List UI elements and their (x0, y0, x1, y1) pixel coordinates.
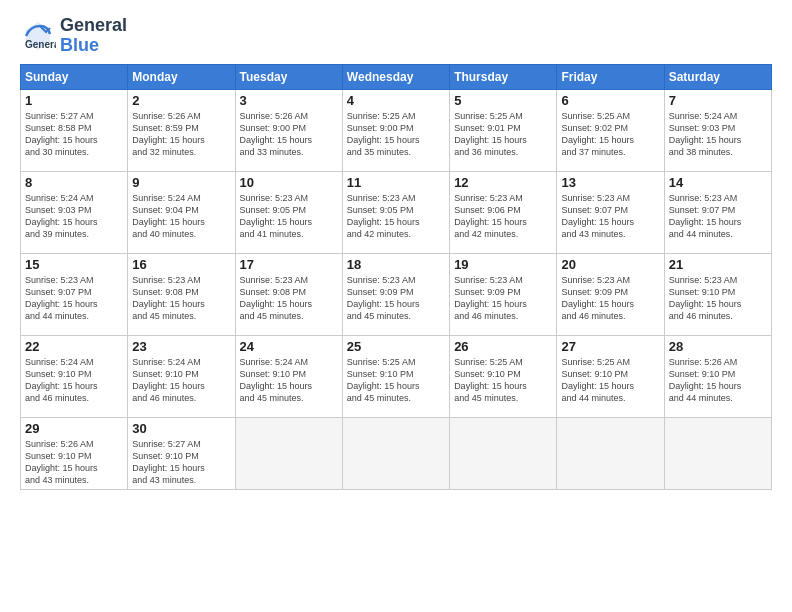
day-info: Sunrise: 5:25 AM Sunset: 9:10 PM Dayligh… (561, 356, 659, 405)
weekday-header-friday: Friday (557, 64, 664, 89)
calendar-row-4: 22Sunrise: 5:24 AM Sunset: 9:10 PM Dayli… (21, 335, 772, 417)
calendar-cell: 26Sunrise: 5:25 AM Sunset: 9:10 PM Dayli… (450, 335, 557, 417)
calendar-cell: 1Sunrise: 5:27 AM Sunset: 8:58 PM Daylig… (21, 89, 128, 171)
calendar-cell: 2Sunrise: 5:26 AM Sunset: 8:59 PM Daylig… (128, 89, 235, 171)
day-info: Sunrise: 5:24 AM Sunset: 9:10 PM Dayligh… (25, 356, 123, 405)
calendar-row-2: 8Sunrise: 5:24 AM Sunset: 9:03 PM Daylig… (21, 171, 772, 253)
weekday-header-sunday: Sunday (21, 64, 128, 89)
calendar-cell: 10Sunrise: 5:23 AM Sunset: 9:05 PM Dayli… (235, 171, 342, 253)
day-info: Sunrise: 5:27 AM Sunset: 8:58 PM Dayligh… (25, 110, 123, 159)
calendar-cell: 7Sunrise: 5:24 AM Sunset: 9:03 PM Daylig… (664, 89, 771, 171)
day-number: 26 (454, 339, 552, 354)
day-number: 24 (240, 339, 338, 354)
day-info: Sunrise: 5:24 AM Sunset: 9:04 PM Dayligh… (132, 192, 230, 241)
calendar-cell: 30Sunrise: 5:27 AM Sunset: 9:10 PM Dayli… (128, 417, 235, 490)
day-number: 22 (25, 339, 123, 354)
calendar-cell: 11Sunrise: 5:23 AM Sunset: 9:05 PM Dayli… (342, 171, 449, 253)
day-info: Sunrise: 5:25 AM Sunset: 9:10 PM Dayligh… (347, 356, 445, 405)
calendar-cell: 16Sunrise: 5:23 AM Sunset: 9:08 PM Dayli… (128, 253, 235, 335)
day-info: Sunrise: 5:23 AM Sunset: 9:06 PM Dayligh… (454, 192, 552, 241)
calendar-cell: 25Sunrise: 5:25 AM Sunset: 9:10 PM Dayli… (342, 335, 449, 417)
calendar-cell (664, 417, 771, 490)
day-info: Sunrise: 5:23 AM Sunset: 9:07 PM Dayligh… (561, 192, 659, 241)
day-info: Sunrise: 5:26 AM Sunset: 8:59 PM Dayligh… (132, 110, 230, 159)
calendar-cell: 17Sunrise: 5:23 AM Sunset: 9:08 PM Dayli… (235, 253, 342, 335)
calendar-cell: 12Sunrise: 5:23 AM Sunset: 9:06 PM Dayli… (450, 171, 557, 253)
calendar-table: SundayMondayTuesdayWednesdayThursdayFrid… (20, 64, 772, 491)
day-info: Sunrise: 5:23 AM Sunset: 9:05 PM Dayligh… (240, 192, 338, 241)
calendar-cell: 8Sunrise: 5:24 AM Sunset: 9:03 PM Daylig… (21, 171, 128, 253)
calendar-cell (342, 417, 449, 490)
weekday-header-monday: Monday (128, 64, 235, 89)
day-number: 19 (454, 257, 552, 272)
day-number: 18 (347, 257, 445, 272)
day-info: Sunrise: 5:23 AM Sunset: 9:07 PM Dayligh… (669, 192, 767, 241)
day-number: 4 (347, 93, 445, 108)
svg-text:General: General (25, 39, 56, 50)
day-info: Sunrise: 5:23 AM Sunset: 9:05 PM Dayligh… (347, 192, 445, 241)
calendar-row-5: 29Sunrise: 5:26 AM Sunset: 9:10 PM Dayli… (21, 417, 772, 490)
day-info: Sunrise: 5:26 AM Sunset: 9:10 PM Dayligh… (669, 356, 767, 405)
calendar-cell: 24Sunrise: 5:24 AM Sunset: 9:10 PM Dayli… (235, 335, 342, 417)
day-info: Sunrise: 5:24 AM Sunset: 9:03 PM Dayligh… (25, 192, 123, 241)
logo: General GeneralBlue (20, 16, 127, 56)
day-number: 27 (561, 339, 659, 354)
day-info: Sunrise: 5:25 AM Sunset: 9:01 PM Dayligh… (454, 110, 552, 159)
day-info: Sunrise: 5:26 AM Sunset: 9:10 PM Dayligh… (25, 438, 123, 487)
day-number: 10 (240, 175, 338, 190)
calendar-cell: 29Sunrise: 5:26 AM Sunset: 9:10 PM Dayli… (21, 417, 128, 490)
calendar-cell: 5Sunrise: 5:25 AM Sunset: 9:01 PM Daylig… (450, 89, 557, 171)
day-number: 23 (132, 339, 230, 354)
calendar-cell: 27Sunrise: 5:25 AM Sunset: 9:10 PM Dayli… (557, 335, 664, 417)
day-number: 8 (25, 175, 123, 190)
calendar-cell: 15Sunrise: 5:23 AM Sunset: 9:07 PM Dayli… (21, 253, 128, 335)
day-number: 21 (669, 257, 767, 272)
calendar-row-1: 1Sunrise: 5:27 AM Sunset: 8:58 PM Daylig… (21, 89, 772, 171)
day-number: 11 (347, 175, 445, 190)
day-number: 1 (25, 93, 123, 108)
weekday-header-row: SundayMondayTuesdayWednesdayThursdayFrid… (21, 64, 772, 89)
calendar-cell: 19Sunrise: 5:23 AM Sunset: 9:09 PM Dayli… (450, 253, 557, 335)
header: General GeneralBlue (20, 16, 772, 56)
calendar-cell: 4Sunrise: 5:25 AM Sunset: 9:00 PM Daylig… (342, 89, 449, 171)
calendar-cell: 14Sunrise: 5:23 AM Sunset: 9:07 PM Dayli… (664, 171, 771, 253)
day-info: Sunrise: 5:23 AM Sunset: 9:09 PM Dayligh… (561, 274, 659, 323)
weekday-header-saturday: Saturday (664, 64, 771, 89)
logo-icon: General (20, 18, 56, 54)
day-info: Sunrise: 5:23 AM Sunset: 9:09 PM Dayligh… (454, 274, 552, 323)
day-number: 28 (669, 339, 767, 354)
day-number: 29 (25, 421, 123, 436)
day-number: 16 (132, 257, 230, 272)
day-number: 2 (132, 93, 230, 108)
day-number: 30 (132, 421, 230, 436)
logo-text: GeneralBlue (60, 16, 127, 56)
day-number: 12 (454, 175, 552, 190)
day-number: 6 (561, 93, 659, 108)
calendar-cell: 21Sunrise: 5:23 AM Sunset: 9:10 PM Dayli… (664, 253, 771, 335)
day-info: Sunrise: 5:25 AM Sunset: 9:10 PM Dayligh… (454, 356, 552, 405)
day-info: Sunrise: 5:26 AM Sunset: 9:00 PM Dayligh… (240, 110, 338, 159)
calendar-cell: 18Sunrise: 5:23 AM Sunset: 9:09 PM Dayli… (342, 253, 449, 335)
calendar-cell: 9Sunrise: 5:24 AM Sunset: 9:04 PM Daylig… (128, 171, 235, 253)
day-info: Sunrise: 5:23 AM Sunset: 9:10 PM Dayligh… (669, 274, 767, 323)
day-number: 5 (454, 93, 552, 108)
calendar-row-3: 15Sunrise: 5:23 AM Sunset: 9:07 PM Dayli… (21, 253, 772, 335)
weekday-header-tuesday: Tuesday (235, 64, 342, 89)
day-number: 3 (240, 93, 338, 108)
calendar-cell: 22Sunrise: 5:24 AM Sunset: 9:10 PM Dayli… (21, 335, 128, 417)
calendar-cell: 13Sunrise: 5:23 AM Sunset: 9:07 PM Dayli… (557, 171, 664, 253)
calendar-cell: 23Sunrise: 5:24 AM Sunset: 9:10 PM Dayli… (128, 335, 235, 417)
day-number: 7 (669, 93, 767, 108)
page: General GeneralBlue SundayMondayTuesdayW… (0, 0, 792, 612)
weekday-header-thursday: Thursday (450, 64, 557, 89)
day-number: 9 (132, 175, 230, 190)
calendar-cell: 20Sunrise: 5:23 AM Sunset: 9:09 PM Dayli… (557, 253, 664, 335)
day-info: Sunrise: 5:23 AM Sunset: 9:08 PM Dayligh… (132, 274, 230, 323)
day-number: 13 (561, 175, 659, 190)
day-info: Sunrise: 5:25 AM Sunset: 9:00 PM Dayligh… (347, 110, 445, 159)
day-info: Sunrise: 5:24 AM Sunset: 9:10 PM Dayligh… (240, 356, 338, 405)
day-number: 25 (347, 339, 445, 354)
calendar-cell (235, 417, 342, 490)
calendar-cell (450, 417, 557, 490)
day-number: 14 (669, 175, 767, 190)
